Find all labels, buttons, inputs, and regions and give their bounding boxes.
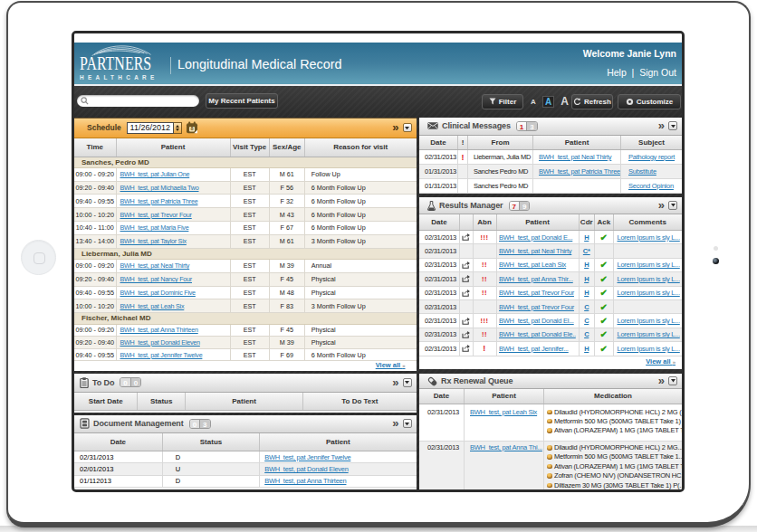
svg-text:8: 8 — [190, 127, 193, 132]
